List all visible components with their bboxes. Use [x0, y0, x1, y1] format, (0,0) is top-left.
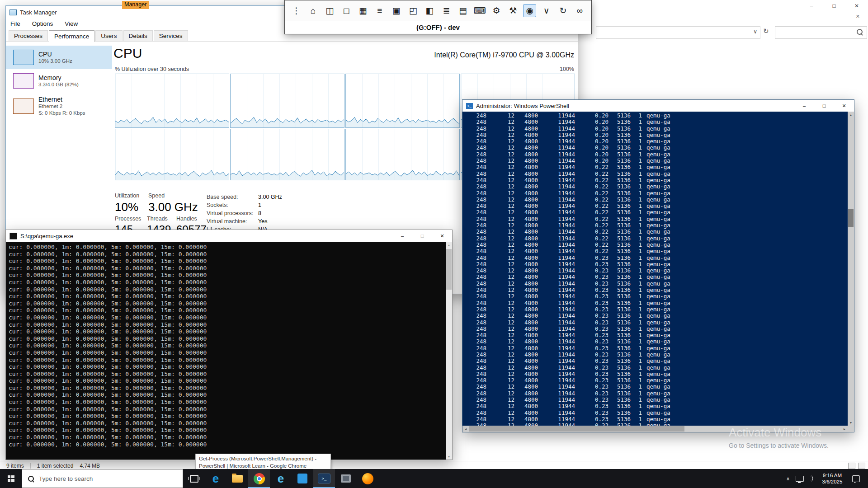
maximize-icon[interactable]: □ — [823, 0, 845, 12]
process-row: 248124800119440.2251361qemu-ga — [466, 242, 848, 248]
scrollbar-thumb[interactable] — [446, 249, 452, 290]
menu-options[interactable]: Options — [32, 20, 53, 27]
tab-services[interactable]: Services — [154, 30, 188, 41]
address-bar[interactable]: ∨ — [596, 26, 760, 39]
console-line: cur: 0.000000, 1m: 0.000000, 5m: 0.00000… — [9, 314, 446, 321]
tab-performance[interactable]: Performance — [49, 30, 94, 42]
camera-icon[interactable]: ◉ — [524, 5, 536, 17]
cmd-window: S:\qga\qemu-ga.exe – □ ✕ cur: 0.000000, … — [5, 230, 453, 460]
sidebar-item-ethernet[interactable]: EthernetEthernet 2S: 0 Kbps R: 0 Kbps — [6, 93, 112, 120]
taskbar-firefox-icon — [362, 473, 373, 484]
secondary-close-icon[interactable]: ✕ — [856, 14, 860, 19]
process-row: 248124800119440.2351361qemu-ga — [466, 293, 848, 300]
start-button[interactable] — [0, 469, 22, 488]
chevron-down-icon[interactable]: ∨ — [540, 5, 552, 17]
taskbar-firefox-icon[interactable] — [357, 469, 378, 488]
process-row: 248124800119440.2251361qemu-ga — [466, 203, 848, 209]
console-line: cur: 0.000000, 1m: 0.000000, 5m: 0.00000… — [9, 420, 446, 427]
taskbar-search-input[interactable]: Type here to search — [22, 469, 183, 488]
process-row: 248124800119440.2251361qemu-ga — [466, 235, 848, 242]
home-icon[interactable]: ⌂ — [307, 5, 319, 17]
display-icon[interactable]: ▤ — [457, 5, 469, 17]
process-row: 248124800119440.2051361qemu-ga — [466, 113, 848, 119]
process-row: 248124800119440.2351361qemu-ga — [466, 422, 848, 426]
region-select-icon[interactable]: ▦ — [357, 5, 369, 17]
scroll-up-icon[interactable]: ▲ — [848, 112, 854, 118]
fullscreen-icon[interactable]: ◻ — [340, 5, 353, 17]
taskbar-file-explorer-icon[interactable] — [226, 469, 248, 488]
usb-redirect-icon[interactable]: ∞ — [574, 5, 586, 17]
stat-label: Base speed: — [207, 194, 258, 200]
cmd-titlebar[interactable]: S:\qga\qemu-ga.exe – □ ✕ — [6, 230, 452, 242]
powershell-output: 248124800119440.2051361qemu-ga2481248001… — [462, 112, 848, 426]
scroll-left-icon[interactable]: ◄ — [462, 426, 469, 432]
fit-window-icon[interactable]: ◰ — [407, 5, 419, 17]
process-row: 248124800119440.2051361qemu-ga — [466, 119, 848, 125]
details-view-icon[interactable] — [848, 463, 855, 469]
menu-view[interactable]: View — [65, 20, 78, 27]
sidebar-item-memory[interactable]: Memory3.3/4.0 GB (82%) — [6, 69, 112, 93]
kebab-menu-icon[interactable]: ⋮ — [290, 5, 302, 17]
scroll-down-icon[interactable]: ▼ — [848, 419, 854, 426]
taskbar-vscode-icon[interactable] — [292, 469, 313, 488]
new-window-icon[interactable]: ◫ — [324, 5, 336, 17]
taskbar-edge-icon[interactable]: e — [205, 469, 226, 488]
list-icon[interactable]: ≣ — [440, 5, 453, 17]
cascade-windows-icon[interactable]: ▣ — [390, 5, 402, 17]
action-center-button[interactable] — [847, 475, 864, 482]
process-row: 248124800119440.2351361qemu-ga — [466, 416, 848, 422]
stat-row: Virtual machine:Yes — [207, 217, 267, 225]
menu-file[interactable]: File — [10, 20, 20, 27]
cpu-core-chart — [230, 129, 344, 180]
close-icon[interactable]: ✕ — [432, 230, 452, 242]
taskbar-app-icons: ee>_ — [205, 469, 378, 488]
volume-tray-icon[interactable] — [806, 476, 817, 481]
console-line: cur: 0.000000, 1m: 0.000000, 5m: 0.00000… — [9, 335, 446, 343]
taskbar-chrome-icon[interactable] — [248, 469, 270, 488]
taskbar-clock[interactable]: 9:16 AM 3/6/2025 — [817, 472, 847, 485]
task-view-button[interactable] — [183, 469, 205, 488]
scroll-up-icon[interactable]: ▲ — [446, 242, 452, 248]
menu-lines-icon[interactable]: ≡ — [373, 5, 386, 17]
process-row: 248124800119440.2251361qemu-ga — [466, 248, 848, 254]
thumbnails-view-icon[interactable] — [858, 463, 865, 469]
console-line: cur: 0.000000, 1m: 0.000000, 5m: 0.00000… — [9, 357, 446, 364]
scrollbar-thumb[interactable] — [469, 426, 684, 432]
scroll-right-icon[interactable]: ► — [841, 426, 848, 432]
hidden-icons-chevron-icon[interactable]: ∧ — [782, 476, 794, 482]
vertical-scrollbar[interactable]: ▲ ▼ — [848, 112, 854, 426]
scrollbar-thumb[interactable] — [848, 209, 854, 227]
minimize-icon[interactable]: – — [800, 0, 823, 12]
close-icon[interactable]: ✕ — [834, 100, 854, 112]
background-window-title-fragment: Manager — [122, 1, 149, 9]
close-icon[interactable]: ✕ — [845, 0, 868, 12]
taskbar-app-icon[interactable] — [335, 469, 357, 488]
tab-details[interactable]: Details — [123, 30, 153, 41]
scroll-down-icon[interactable]: ▼ — [446, 453, 452, 460]
refresh-icon[interactable]: ↻ — [557, 5, 569, 17]
sidebar-item-cpu[interactable]: CPU10% 3.00 GHz — [6, 46, 112, 69]
address-dropdown-icon[interactable]: ∨ — [753, 28, 757, 35]
explorer-search-box[interactable] — [775, 26, 867, 39]
network-tray-icon[interactable] — [794, 476, 806, 482]
maximize-icon[interactable]: □ — [412, 230, 432, 242]
background-window-controls: – □ ✕ — [800, 0, 868, 12]
refresh-icon[interactable]: ↻ — [763, 27, 769, 35]
taskbar-powershell-icon[interactable]: >_ — [313, 469, 335, 488]
minimize-icon[interactable]: – — [794, 100, 814, 112]
tab-users[interactable]: Users — [95, 30, 122, 41]
tab-processes[interactable]: Processes — [9, 30, 48, 41]
process-row: 248124800119440.2051361qemu-ga — [466, 158, 848, 164]
keyboard-icon[interactable]: ⌨ — [474, 5, 486, 17]
powershell-titlebar[interactable]: >_ Administrator: Windows PowerShell – □… — [462, 100, 854, 112]
settings-gear-icon[interactable]: ⚙ — [491, 5, 503, 17]
console-line: cur: 0.000000, 1m: 0.000000, 5m: 0.00000… — [9, 391, 446, 399]
maximize-icon[interactable]: □ — [814, 100, 834, 112]
powershell-icon: >_ — [466, 103, 473, 109]
minimize-icon[interactable]: – — [392, 230, 412, 242]
taskbar-internet-explorer-icon[interactable]: e — [270, 469, 292, 488]
vertical-scrollbar[interactable]: ▲ ▼ — [446, 242, 452, 460]
tools-icon[interactable]: ⚒ — [507, 5, 519, 17]
viewer-toolbar-icons: ⋮⌂◫◻▦≡▣◰◧≣▤⌨⚙⚒◉∨↻∞ — [285, 0, 591, 21]
split-view-icon[interactable]: ◧ — [424, 5, 436, 17]
